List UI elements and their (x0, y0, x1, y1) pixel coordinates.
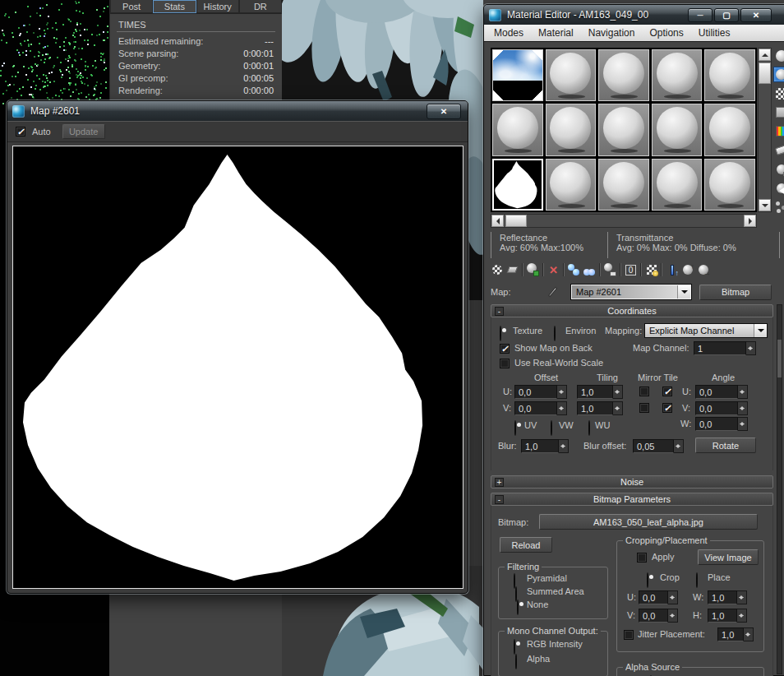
auto-checkbox[interactable]: ✓ (16, 127, 25, 137)
sample-slot[interactable] (704, 49, 755, 101)
map-channel-field[interactable]: 1 (694, 341, 756, 355)
menu-navigation[interactable]: Navigation (588, 27, 635, 39)
sample-slot[interactable] (598, 159, 649, 211)
v-offset-field[interactable]: 0,0 (514, 401, 567, 415)
none-radio[interactable] (517, 600, 519, 615)
w-angle-field[interactable]: 0,0 (695, 417, 748, 431)
sample-uv-tiling-icon[interactable] (773, 104, 784, 120)
menu-modes[interactable]: Modes (494, 27, 523, 39)
v-mirror-checkbox[interactable] (639, 403, 649, 413)
scroll-thumb[interactable] (759, 63, 771, 84)
map-type-button[interactable]: Bitmap (699, 285, 772, 300)
material-id-channel-icon[interactable]: 0 (623, 262, 639, 277)
u-mirror-checkbox[interactable] (639, 387, 649, 396)
u-tiling-field[interactable]: 1,0 (577, 385, 623, 399)
spinner[interactable] (557, 401, 567, 415)
put-material-to-scene-icon[interactable] (505, 262, 520, 277)
mapping-dropdown[interactable]: Explicit Map Channel (644, 323, 768, 338)
sample-slot[interactable] (598, 104, 649, 155)
u-offset-field[interactable]: 0,0 (514, 385, 567, 399)
tab-stats[interactable]: Stats (153, 0, 196, 13)
material-map-navigator-icon[interactable] (773, 199, 784, 215)
uv-radio[interactable] (514, 420, 516, 436)
scroll-right-button[interactable] (744, 215, 756, 227)
v-tiling-field[interactable]: 1,0 (577, 401, 623, 415)
map-window-close-button[interactable]: ✕ (427, 104, 461, 119)
sample-slot[interactable] (546, 159, 597, 211)
spinner[interactable] (744, 627, 754, 641)
spinner[interactable] (559, 439, 569, 453)
select-by-material-icon[interactable] (773, 180, 784, 196)
backlight-icon[interactable] (773, 67, 784, 82)
slots-horizontal-scrollbar[interactable] (491, 214, 757, 228)
rgb-intensity-radio[interactable] (514, 639, 515, 655)
make-material-copy-icon[interactable] (566, 262, 582, 277)
spinner[interactable] (557, 385, 567, 399)
assign-material-to-selection-icon[interactable] (525, 262, 541, 277)
spinner[interactable] (613, 385, 623, 399)
show-end-result-icon[interactable]: ↑ (664, 262, 680, 277)
sample-slot[interactable] (492, 104, 543, 155)
spinner[interactable] (613, 401, 623, 415)
pick-material-eyedropper-icon[interactable] (543, 285, 565, 299)
dropdown-arrow-icon[interactable] (677, 285, 690, 299)
texture-radio[interactable] (500, 326, 501, 341)
spinner[interactable] (668, 609, 678, 623)
spinner[interactable] (738, 401, 748, 415)
sample-type-icon[interactable] (773, 48, 784, 63)
use-real-world-checkbox[interactable] (500, 359, 510, 368)
rollout-scrollbar[interactable] (777, 304, 782, 674)
collapse-icon[interactable]: - (495, 307, 504, 316)
bitmap-parameters-rollout-header[interactable]: - Bitmap Parameters (491, 493, 773, 506)
u-angle-field[interactable]: 0,0 (695, 385, 748, 399)
scroll-thumb[interactable] (777, 340, 782, 377)
map-name-dropdown[interactable]: Map #2601 (571, 285, 691, 299)
update-button[interactable]: Update (62, 124, 105, 139)
blur-offset-field[interactable]: 0,05 (633, 439, 684, 453)
tab-dr[interactable]: DR (239, 0, 282, 13)
wu-radio[interactable] (588, 420, 590, 436)
jitter-placement-checkbox[interactable] (624, 630, 634, 640)
make-unique-icon[interactable] (582, 262, 597, 277)
background-icon[interactable] (773, 86, 784, 101)
collapse-icon[interactable]: - (495, 495, 504, 504)
sample-slot-active-leaf-map[interactable] (492, 159, 543, 211)
scroll-left-button[interactable] (491, 215, 504, 227)
show-map-in-viewport-icon[interactable] (643, 262, 659, 277)
spinner[interactable] (746, 341, 756, 355)
map-window-titlebar[interactable]: Map #2601 ✕ (7, 101, 468, 121)
material-editor-titlebar[interactable]: Material Editor - AM163_049_00 ─ ▢ ✕ (484, 5, 784, 25)
go-forward-to-sibling-icon[interactable]: → (695, 262, 711, 277)
sample-slot[interactable] (704, 104, 755, 155)
sample-slot[interactable] (652, 49, 703, 101)
blur-field[interactable]: 1,0 (521, 439, 569, 453)
reset-map-icon[interactable]: ✕ (546, 262, 561, 277)
menu-material[interactable]: Material (538, 27, 574, 39)
rotate-button[interactable]: Rotate (695, 438, 756, 453)
close-button[interactable]: ✕ (740, 8, 772, 22)
put-to-library-icon[interactable] (602, 262, 618, 277)
dropdown-arrow-icon[interactable] (754, 324, 767, 337)
apply-checkbox[interactable] (637, 553, 647, 563)
tab-post[interactable]: Post (110, 0, 153, 13)
spinner[interactable] (674, 439, 684, 453)
spinner[interactable] (738, 385, 748, 399)
crop-radio[interactable] (647, 572, 648, 588)
v-tile-checkbox[interactable]: ✓ (662, 403, 672, 413)
place-radio[interactable] (696, 572, 698, 588)
menu-utilities[interactable]: Utilities (699, 27, 731, 39)
u-tile-checkbox[interactable]: ✓ (662, 387, 672, 396)
spinner[interactable] (738, 417, 748, 431)
sample-slot[interactable] (546, 104, 597, 155)
map-channel-value[interactable]: 1 (694, 341, 746, 355)
reload-button[interactable]: Reload (500, 537, 552, 553)
v-angle-field[interactable]: 0,0 (695, 401, 748, 415)
menu-options[interactable]: Options (649, 27, 683, 39)
spinner[interactable] (668, 590, 678, 604)
spinner[interactable] (737, 609, 747, 623)
crop-u-field[interactable]: 0,0 (639, 590, 678, 604)
crop-v-field[interactable]: 0,0 (639, 609, 678, 623)
sample-slot[interactable] (652, 104, 703, 155)
video-color-check-icon[interactable] (773, 123, 784, 139)
vw-radio[interactable] (551, 420, 552, 436)
